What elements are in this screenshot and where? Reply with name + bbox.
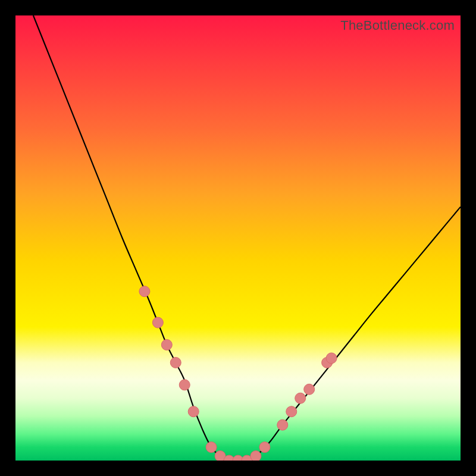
data-marker xyxy=(139,286,150,297)
data-marker xyxy=(304,384,315,394)
chart-frame: TheBottleneck.com xyxy=(0,0,476,476)
plot-area: TheBottleneck.com xyxy=(15,15,461,461)
data-marker xyxy=(161,340,172,350)
data-marker xyxy=(250,451,261,461)
data-marker xyxy=(152,317,163,328)
data-marker xyxy=(188,406,199,417)
watermark-text: TheBottleneck.com xyxy=(340,18,455,33)
data-marker xyxy=(277,419,288,430)
data-marker xyxy=(295,393,306,403)
data-marker xyxy=(326,353,337,364)
data-marker xyxy=(286,406,297,417)
bottleneck-curve xyxy=(15,15,461,461)
data-marker xyxy=(259,442,270,453)
data-marker xyxy=(206,442,217,453)
data-marker xyxy=(179,380,190,390)
data-marker xyxy=(170,357,181,368)
